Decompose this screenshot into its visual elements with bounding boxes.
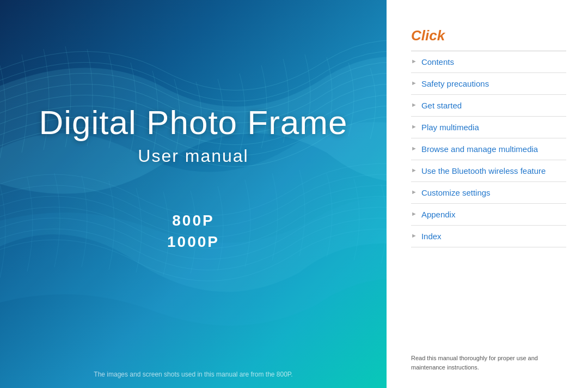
- nav-item-label: Contents: [421, 56, 454, 68]
- nav-item-label: Appendix: [421, 209, 456, 220]
- chevron-right-icon: ►: [411, 210, 417, 217]
- bottom-caption: The images and screen shots used in this…: [0, 371, 387, 378]
- nav-item-label: Use the Bluetooth wireless feature: [421, 165, 546, 177]
- model-numbers: 800P 1000P: [167, 210, 219, 252]
- chevron-right-icon: ►: [411, 232, 417, 239]
- chevron-right-icon: ►: [411, 80, 417, 86]
- chevron-right-icon: ►: [411, 145, 417, 151]
- product-title: Digital Photo Frame: [39, 103, 348, 142]
- nav-item-label: Customize settings: [421, 187, 491, 198]
- nav-item-label: Safety precautions: [421, 78, 489, 89]
- nav-item-safety-precautions[interactable]: ►Safety precautions: [411, 73, 566, 95]
- chevron-right-icon: ►: [411, 101, 417, 108]
- nav-item-label: Play multimedia: [421, 122, 479, 133]
- model-800p: 800P: [167, 210, 219, 231]
- nav-item-browse-manage[interactable]: ►Browse and manage multimedia: [411, 138, 566, 160]
- nav-item-contents[interactable]: ►Contents: [411, 51, 566, 73]
- left-panel: Digital Photo Frame User manual 800P 100…: [0, 0, 387, 388]
- nav-item-appendix[interactable]: ►Appendix: [411, 204, 566, 226]
- nav-item-label: Index: [421, 231, 442, 242]
- click-label: Click: [411, 27, 566, 44]
- nav-item-play-multimedia[interactable]: ►Play multimedia: [411, 117, 566, 138]
- chevron-right-icon: ►: [411, 58, 417, 64]
- nav-list: ►Contents►Safety precautions►Get started…: [411, 51, 566, 344]
- manual-note: Read this manual thoroughly for proper u…: [411, 354, 566, 372]
- nav-item-get-started[interactable]: ►Get started: [411, 95, 566, 117]
- model-1000p: 1000P: [167, 231, 219, 252]
- product-subtitle: User manual: [138, 146, 248, 166]
- chevron-right-icon: ►: [411, 123, 417, 130]
- nav-item-index[interactable]: ►Index: [411, 226, 566, 247]
- nav-item-label: Browse and manage multimedia: [421, 143, 538, 155]
- nav-item-bluetooth[interactable]: ►Use the Bluetooth wireless feature: [411, 160, 566, 182]
- left-content: Digital Photo Frame User manual 800P 100…: [0, 0, 387, 388]
- right-panel: Click ►Contents►Safety precautions►Get s…: [387, 0, 588, 388]
- nav-item-customize-settings[interactable]: ►Customize settings: [411, 182, 566, 204]
- chevron-right-icon: ►: [411, 167, 417, 173]
- chevron-right-icon: ►: [411, 189, 417, 195]
- nav-item-label: Get started: [421, 100, 462, 111]
